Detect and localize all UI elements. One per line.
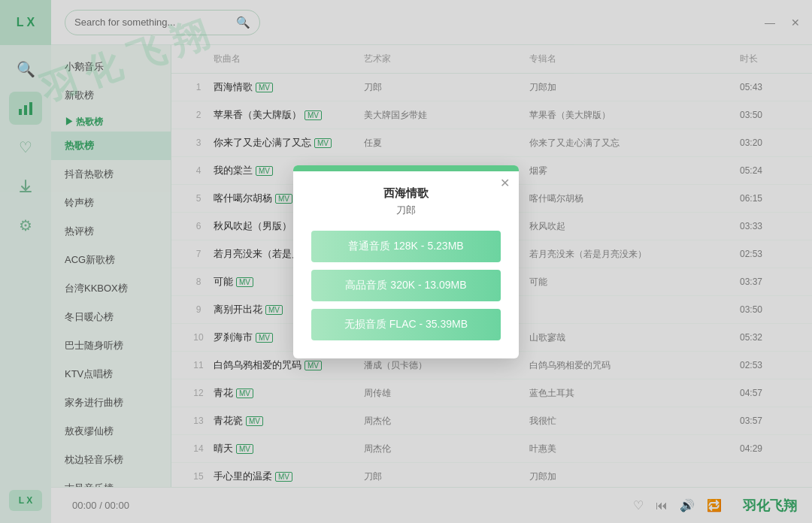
download-lossless-button[interactable]: 无损音质 FLAC - 35.39MB: [311, 309, 501, 340]
modal-close-button[interactable]: ✕: [500, 177, 510, 189]
download-high-button[interactable]: 高品音质 320K - 13.09MB: [311, 270, 501, 301]
modal-inner: ✕ 西海情歌 刀郎 普通音质 128K - 5.23MB 高品音质 320K -…: [293, 171, 519, 358]
modal-overlay[interactable]: ✕ 西海情歌 刀郎 普通音质 128K - 5.23MB 高品音质 320K -…: [0, 0, 812, 523]
download-modal: ✕ 西海情歌 刀郎 普通音质 128K - 5.23MB 高品音质 320K -…: [293, 165, 519, 358]
modal-header-bar: [293, 165, 519, 171]
download-standard-button[interactable]: 普通音质 128K - 5.23MB: [311, 231, 501, 262]
modal-song-artist: 刀郎: [311, 204, 501, 217]
modal-song-title: 西海情歌: [311, 186, 501, 201]
